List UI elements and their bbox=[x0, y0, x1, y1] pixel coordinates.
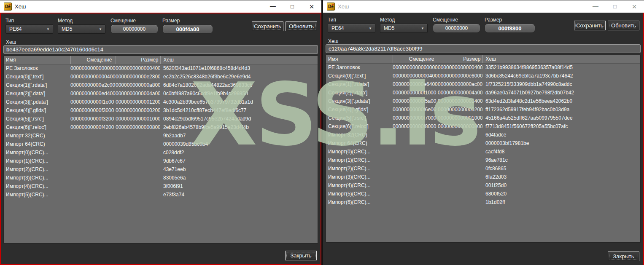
table-row[interactable]: Импорт(4)(CRC)...001f25d0 bbox=[326, 181, 640, 190]
cell-hash: c028ddf2 bbox=[160, 148, 318, 157]
column-header-name[interactable]: Имя bbox=[326, 55, 393, 63]
table-row[interactable]: Секция(2)['.data']00000000000ed400000000… bbox=[4, 89, 318, 98]
column-header-offset[interactable]: Смещение bbox=[70, 56, 116, 64]
hash-table[interactable]: Имя Смещение Размер Хеш PE Заголовок0000… bbox=[326, 55, 641, 243]
table-row[interactable]: Секция(0)['.text']0000000000000400000000… bbox=[4, 72, 318, 81]
cell-hash: f7713d8451f560672ff205a55bc07afc bbox=[482, 122, 640, 131]
table-row[interactable]: PE Заголовок0000000000000000000000000000… bbox=[326, 63, 640, 72]
method-combobox[interactable]: MD5 ▼ bbox=[58, 24, 105, 34]
table-row[interactable]: Секция(3)['.pdata']00000000000f5a0000000… bbox=[326, 97, 640, 105]
cell-offset bbox=[70, 148, 116, 157]
minimize-button[interactable]: — bbox=[586, 0, 605, 13]
chevron-down-icon: ▼ bbox=[369, 27, 372, 30]
cell-size: 0000000000000800 bbox=[438, 122, 482, 131]
hash-table-body: PE Заголовок0000000000000000000000000000… bbox=[4, 64, 318, 199]
maximize-button[interactable]: □ bbox=[605, 0, 625, 13]
hash-table[interactable]: Имя Смещение Размер Хеш PE Заголовок0000… bbox=[3, 56, 318, 244]
table-row[interactable]: Импорт(6)(CRC)...1b1d02ff bbox=[326, 198, 640, 206]
method-label: Метод bbox=[380, 17, 395, 23]
size-field[interactable]: 000f8800 bbox=[485, 24, 535, 33]
close-button[interactable]: Закрыть bbox=[285, 251, 317, 260]
table-row[interactable]: Секция(1)['.rdata']00000000000e640000000… bbox=[326, 80, 640, 88]
cell-name: Импорт 32(CRC) bbox=[326, 131, 393, 139]
table-row[interactable]: Импорт(3)(CRC)...830b5e6a bbox=[4, 174, 318, 182]
table-row[interactable]: Секция(0)['.text']0000000000000400000000… bbox=[326, 72, 640, 80]
cell-hash: 3d6bc85244c69ebfca7a193c7bb74642 bbox=[482, 72, 640, 80]
hash-result-input[interactable]: e120aa746a8e2da82117df8ace3b0f99 bbox=[326, 44, 641, 53]
maximize-button[interactable]: □ bbox=[283, 0, 302, 13]
hash-result-input[interactable]: be437eeda69edde1a0c2470160dd6c14 bbox=[3, 45, 318, 54]
table-row[interactable]: Импорт(2)(CRC)...43e71eeb bbox=[4, 165, 318, 174]
table-row[interactable]: Импорт 32(CRC)6d4fadce bbox=[326, 131, 640, 139]
column-header-size[interactable]: Размер bbox=[438, 55, 482, 63]
method-combobox[interactable]: MD5 ▼ bbox=[380, 24, 428, 33]
titlebar[interactable]: De Хеш — □ × bbox=[323, 0, 644, 13]
cell-offset: 0000000000000400 bbox=[393, 72, 438, 80]
cell-offset: 0000000000000000 bbox=[393, 63, 438, 72]
close-button[interactable]: Закрыть bbox=[608, 252, 639, 261]
cell-offset bbox=[70, 165, 116, 174]
type-combobox[interactable]: PE64 ▼ bbox=[5, 24, 53, 34]
table-row[interactable]: Импорт(4)(CRC)...3f006f91 bbox=[4, 182, 318, 190]
table-row[interactable]: Импорт(2)(CRC)...0fc86865 bbox=[326, 164, 640, 173]
table-row[interactable]: Секция(3)['.pdata']00000000000f1e0000000… bbox=[4, 98, 318, 106]
offset-field[interactable]: 00000000 bbox=[110, 24, 158, 34]
cell-offset: 00000000000e2c00 bbox=[70, 81, 116, 89]
table-row[interactable]: Секция(4)['.gfids']00000000000f300000000… bbox=[4, 106, 318, 115]
table-row[interactable]: Импорт(1)(CRC)...96ae781c bbox=[326, 156, 640, 164]
table-row[interactable]: Импорт(1)(CRC)...9db67c67 bbox=[4, 157, 318, 165]
cell-hash: 00000039d85bc0b4 bbox=[160, 140, 318, 148]
table-row[interactable]: Импорт(3)(CRC)...6fa22d03 bbox=[326, 173, 640, 181]
cell-size bbox=[438, 131, 482, 139]
hash-label: Хеш bbox=[328, 38, 338, 44]
cell-hash: 63d4ed2d3faf48c2d1e56beea42062b0 bbox=[482, 97, 640, 105]
table-row[interactable]: Секция(6)['.reloc']00000000000f420000000… bbox=[4, 123, 318, 131]
column-header-hash[interactable]: Хеш bbox=[482, 55, 640, 63]
table-row[interactable]: Импорт(5)(CRC)...6800f520 bbox=[326, 190, 640, 198]
titlebar[interactable]: De Хеш — □ × bbox=[0, 0, 321, 13]
column-header-size[interactable]: Размер bbox=[116, 56, 160, 64]
column-header-name[interactable]: Имя bbox=[4, 56, 70, 64]
cell-offset: 0000000000000400 bbox=[70, 72, 116, 81]
table-row[interactable]: Секция(2)['.data']00000000000f1000000000… bbox=[326, 88, 640, 97]
cell-size bbox=[116, 148, 160, 157]
table-row[interactable]: Импорт 32(CRC)9b2aadb7 bbox=[4, 131, 318, 140]
cell-size: 0000000000001000 bbox=[116, 115, 160, 123]
cell-size bbox=[438, 156, 482, 164]
window-controls: — □ × bbox=[263, 0, 321, 13]
cell-hash: 96ae781c bbox=[482, 156, 640, 164]
table-row[interactable]: Импорт 64(CRC)0000003bf17981be bbox=[326, 139, 640, 147]
cell-offset: 00000000000f8000 bbox=[393, 122, 438, 131]
table-row[interactable]: PE Заголовок0000000000000000000000000000… bbox=[4, 64, 318, 72]
cell-name: Секция(4)['.gfids'] bbox=[4, 106, 70, 115]
cell-offset bbox=[393, 181, 438, 190]
table-row[interactable]: Секция(6)['.reloc']00000000000f800000000… bbox=[326, 122, 640, 131]
size-field[interactable]: 000f4a00 bbox=[162, 24, 213, 34]
table-row[interactable]: Секция(1)['.rdata']00000000000e2c0000000… bbox=[4, 81, 318, 89]
table-row[interactable]: Импорт 64(CRC)00000039d85bc0b4 bbox=[4, 140, 318, 148]
cell-offset: 00000000000e6400 bbox=[393, 80, 438, 88]
table-header-row: Имя Смещение Размер Хеш bbox=[326, 55, 640, 63]
minimize-button[interactable]: — bbox=[263, 0, 283, 13]
close-window-button[interactable]: × bbox=[625, 0, 644, 13]
table-row[interactable]: Импорт(0)(CRC)...c028ddf2 bbox=[4, 148, 318, 157]
column-header-hash[interactable]: Хеш bbox=[160, 56, 318, 64]
save-button[interactable]: Сохранить bbox=[574, 21, 606, 30]
cell-hash: 3f006f91 bbox=[160, 182, 318, 190]
table-row[interactable]: Импорт(0)(CRC)...cacf4fd8 bbox=[326, 147, 640, 156]
type-combobox[interactable]: PE64 ▼ bbox=[328, 24, 375, 33]
close-window-button[interactable]: × bbox=[302, 0, 321, 13]
save-button[interactable]: Сохранить bbox=[252, 21, 283, 31]
cell-hash: 6800f520 bbox=[482, 190, 640, 198]
table-row[interactable]: Секция(4)['.gfids']00000000000f6e0000000… bbox=[326, 105, 640, 114]
table-row[interactable]: Импорт(5)(CRC)...e73f3a74 bbox=[4, 190, 318, 199]
cell-name: Секция(2)['.data'] bbox=[4, 89, 70, 98]
cell-offset: 00000000000f3200 bbox=[70, 115, 116, 123]
table-row[interactable]: Секция(5)['.rsrc']00000000000f7000000000… bbox=[326, 114, 640, 122]
column-header-offset[interactable]: Смещение bbox=[393, 55, 438, 63]
cell-offset bbox=[70, 174, 116, 182]
offset-field[interactable]: 00000000 bbox=[433, 24, 480, 33]
refresh-button[interactable]: Обновить bbox=[286, 21, 317, 31]
refresh-button[interactable]: Обновить bbox=[608, 21, 639, 30]
table-row[interactable]: Секция(5)['.rsrc']00000000000f3200000000… bbox=[4, 115, 318, 123]
